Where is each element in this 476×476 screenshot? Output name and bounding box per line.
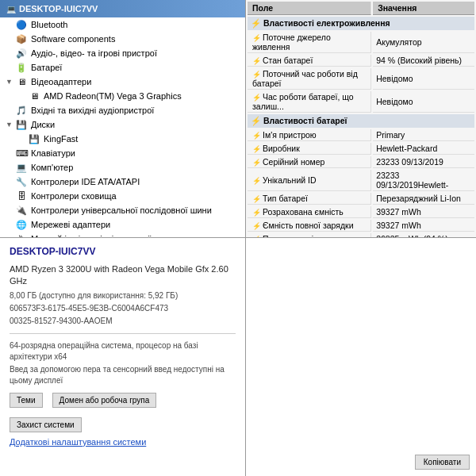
- prop-row[interactable]: ⚡ВиробникHewlett-Packard: [248, 143, 474, 155]
- item-label: Bluetooth: [31, 18, 67, 31]
- prop-name: ⚡Час роботи батареї, що залиш...: [248, 91, 371, 113]
- prop-row[interactable]: ⚡Серійний номер23233 09/13/2019: [248, 156, 474, 168]
- prop-value: 94 % (Високий рівень): [373, 55, 474, 67]
- item-icon: 💾: [16, 118, 27, 131]
- dm-item-battery[interactable]: 🔋Батареї: [0, 60, 245, 75]
- item-label: Вхідні та вихідні аудіопристрої: [31, 104, 154, 117]
- sysinfo-cpu: AMD Ryzen 3 3200U with Radeon Vega Mobil…: [10, 263, 236, 288]
- prop-name: ⚡Стан батареї: [248, 55, 371, 67]
- item-label: Контролери універсальної послідовної шин…: [31, 204, 212, 217]
- dm-item-keyboard[interactable]: ⌨Клавіатури: [0, 146, 245, 160]
- dm-item-audio2[interactable]: 🎵Вхідні та вихідні аудіопристрої: [0, 103, 245, 117]
- prop-icon: ⚡: [252, 222, 261, 230]
- col-header-value: Значення: [373, 2, 474, 15]
- item-icon: 🔌: [16, 204, 27, 217]
- prop-row[interactable]: ⚡Тип батареїПерезаряджний Li-Ion: [248, 193, 474, 205]
- dm-item-audio[interactable]: 🔊Аудіо-, відео- та ігрові пристрої: [0, 46, 245, 60]
- computer-icon: 💻: [6, 5, 16, 13]
- item-icon: 🎵: [16, 104, 27, 117]
- prop-icon: ⚡: [252, 132, 261, 140]
- prop-icon: ⚡: [252, 159, 261, 167]
- prop-row[interactable]: ⚡Поточне джерело живленняАкумулятор: [248, 32, 474, 53]
- dm-item-computer[interactable]: 💻Комп'ютер: [0, 160, 245, 175]
- prop-value: Акумулятор: [373, 32, 474, 53]
- prop-row[interactable]: ⚡Час роботи батареї, що залиш...Невідомо: [248, 91, 474, 113]
- prop-icon: ⚡: [252, 209, 261, 217]
- sysinfo-action-protection[interactable]: Захист системи: [10, 417, 82, 432]
- item-icon: 🖥: [16, 75, 27, 88]
- dm-item-mice[interactable]: 🖱Миша й інші вказівні пристрої: [0, 232, 245, 238]
- prop-row[interactable]: ⚡Поточний час роботи від батареїНевідомо: [248, 68, 474, 90]
- item-icon: 💻: [16, 161, 27, 174]
- item-icon: 💾: [29, 132, 40, 145]
- expand-arrow[interactable]: ▼: [6, 75, 13, 88]
- prop-value: 23233 09/13/2019: [373, 156, 474, 168]
- prop-value: 23233 09/13/2019Hewlett-: [373, 170, 474, 191]
- dm-item-storage[interactable]: 🗄Контролери сховища: [0, 189, 245, 203]
- sysinfo-title: DESKTOP-IUIC7VV: [10, 246, 236, 257]
- item-icon: 🗄: [16, 190, 27, 202]
- item-label: Контролери сховища: [31, 190, 117, 202]
- item-label: Клавіатури: [31, 147, 75, 159]
- item-icon: 📦: [16, 33, 27, 45]
- props-scroll[interactable]: Поле Значення ⚡Властивості електроживлен…: [246, 0, 476, 238]
- item-icon: 🔵: [16, 18, 27, 31]
- prop-value: Hewlett-Packard: [373, 143, 474, 155]
- prop-row[interactable]: ⚡Ім'я пристроюPrimary: [248, 129, 474, 141]
- prop-row[interactable]: ⚡Стан батареї94 % (Високий рівень): [248, 55, 474, 67]
- dm-item-software[interactable]: 📦Software components: [0, 32, 245, 46]
- prop-row[interactable]: ⚡Ємність повної зарядки39327 mWh: [248, 220, 474, 232]
- prop-value: Перезаряджний Li-Ion: [373, 193, 474, 205]
- prop-icon: ⚡: [252, 145, 261, 153]
- section-title: ⚡Властивості електроживлення: [248, 17, 474, 30]
- item-icon: 🔊: [16, 47, 27, 60]
- dm-item-amd[interactable]: 🖥AMD Radeon(TM) Vega 3 Graphics: [0, 89, 245, 103]
- prop-name: ⚡Розрахована ємність: [248, 206, 371, 218]
- prop-value: 39327 mWh: [373, 220, 474, 232]
- item-label: Диски: [31, 118, 55, 131]
- expand-arrow[interactable]: ▼: [6, 118, 13, 131]
- dm-item-bluetooth[interactable]: 🔵Bluetooth: [0, 17, 245, 32]
- copy-button[interactable]: Копіювати: [415, 455, 470, 470]
- item-label: Миша й інші вказівні пристрої: [31, 232, 151, 238]
- dm-item-display[interactable]: ▼🖥Відеоадаптери: [0, 75, 245, 89]
- sysinfo-ram: 8,00 ГБ (доступно для використання: 5,92…: [10, 290, 236, 301]
- prop-name: ⚡Ім'я пристрою: [248, 129, 371, 141]
- sysinfo-action-themes[interactable]: Теми: [10, 393, 43, 408]
- prop-row[interactable]: ⚡Унікальний ID23233 09/13/2019Hewlett-: [248, 170, 474, 191]
- item-label: Software components: [31, 33, 115, 45]
- copy-panel: Копіювати: [246, 238, 476, 476]
- device-manager-title: DESKTOP-IUIC7VV: [19, 4, 98, 13]
- prop-icon: ⚡: [252, 34, 261, 42]
- dm-item-disks[interactable]: ▼💾Диски: [0, 117, 245, 132]
- prop-icon: ⚡: [252, 195, 261, 203]
- prop-value: Невідомо: [373, 68, 474, 90]
- item-label: Відеоадаптери: [31, 75, 91, 88]
- prop-name: ⚡Унікальний ID: [248, 170, 371, 191]
- prop-icon: ⚡: [252, 177, 261, 185]
- item-label: AMD Radeon(TM) Vega 3 Graphics: [44, 90, 182, 102]
- dm-item-network[interactable]: 🌐Мережеві адаптери: [0, 217, 245, 232]
- dm-item-kingfast[interactable]: 💾KingFast: [0, 132, 245, 146]
- prop-row[interactable]: ⚡Розрахована ємність39327 mWh: [248, 206, 474, 218]
- prop-icon: ⚡: [252, 94, 261, 102]
- properties-panel: Поле Значення ⚡Властивості електроживлен…: [246, 0, 476, 238]
- prop-value: 39327 mWh: [373, 206, 474, 218]
- item-label: KingFast: [44, 132, 78, 145]
- prop-value: Primary: [373, 129, 474, 141]
- additional-settings-link[interactable]: Додаткові налаштування системи: [10, 437, 146, 447]
- col-header-name: Поле: [248, 2, 371, 15]
- prop-icon: ⚡: [252, 57, 261, 65]
- item-label: Комп'ютер: [31, 161, 73, 174]
- item-label: Батареї: [31, 61, 62, 74]
- item-label: Контролери IDE ATA/ATAPI: [31, 175, 140, 188]
- prop-icon: ⚡: [252, 71, 261, 79]
- sysinfo-os: 64-розрядна операційна система, процесор…: [10, 340, 236, 363]
- item-label: Аудіо-, відео- та ігрові пристрої: [31, 47, 157, 60]
- prop-value: Невідомо: [373, 91, 474, 113]
- item-icon: ⌨: [16, 147, 27, 159]
- dm-item-ide[interactable]: 🔧Контролери IDE ATA/ATAPI: [0, 175, 245, 189]
- dm-item-serial[interactable]: 🔌Контролери універсальної послідовної ши…: [0, 203, 245, 217]
- sysinfo-action-domain[interactable]: Домен або робоча група: [52, 393, 157, 408]
- prop-name: ⚡Ємність повної зарядки: [248, 220, 371, 232]
